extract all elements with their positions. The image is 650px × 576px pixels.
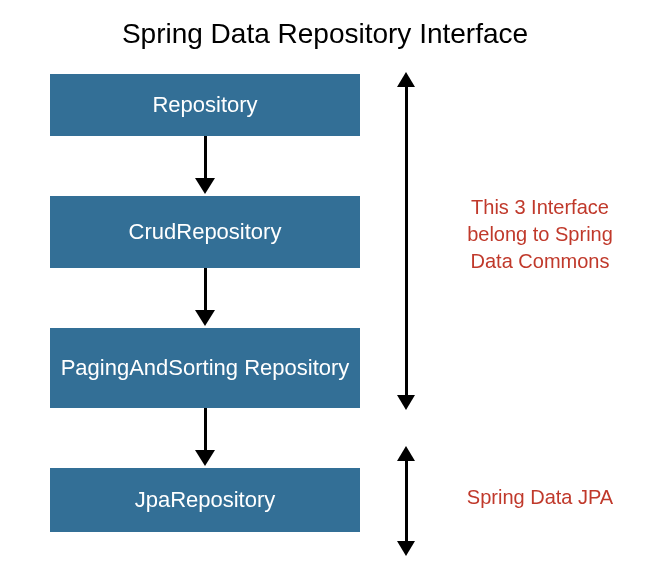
annotation-commons: This 3 Interface belong to Spring Data C… — [450, 194, 630, 275]
box-label: JpaRepository — [135, 487, 276, 513]
bracket-commons — [405, 86, 408, 396]
arrow-head-icon — [195, 178, 215, 194]
diagram-canvas: Repository CrudRepository PagingAndSorti… — [0, 64, 650, 564]
box-crud-repository: CrudRepository — [50, 196, 360, 268]
box-label: CrudRepository — [129, 219, 282, 245]
arrow-line — [204, 408, 207, 452]
arrow-head-down-icon — [397, 541, 415, 556]
arrow-head-up-icon — [397, 446, 415, 461]
diagram-title: Spring Data Repository Interface — [0, 0, 650, 64]
box-label: Repository — [152, 92, 257, 118]
arrow-line — [204, 136, 207, 180]
arrow-head-down-icon — [397, 395, 415, 410]
bracket-jpa — [405, 460, 408, 542]
box-repository: Repository — [50, 74, 360, 136]
annotation-jpa: Spring Data JPA — [450, 484, 630, 511]
arrow-line — [204, 268, 207, 312]
arrow-head-up-icon — [397, 72, 415, 87]
box-paging-and-sorting-repository: PagingAndSorting Repository — [50, 328, 360, 408]
arrow-head-icon — [195, 310, 215, 326]
box-label: PagingAndSorting Repository — [61, 355, 350, 381]
box-jpa-repository: JpaRepository — [50, 468, 360, 532]
arrow-head-icon — [195, 450, 215, 466]
